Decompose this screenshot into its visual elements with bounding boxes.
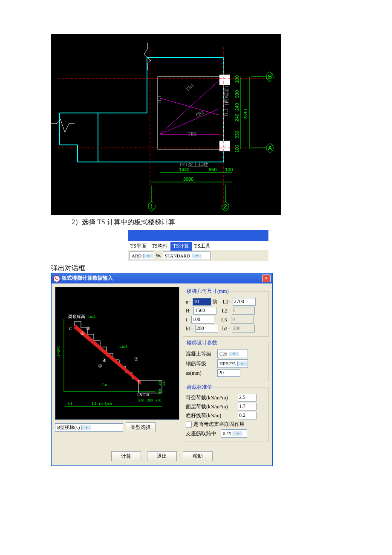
svg-text:③: ③ [134, 356, 138, 361]
svg-text:100: 100 [234, 145, 239, 153]
concrete-dropdown[interactable]: C20▾ [217, 350, 248, 358]
tab-component[interactable]: TS构件 [149, 242, 170, 251]
chevron-down-icon: ▾ [143, 254, 153, 258]
svg-text:A: A [268, 145, 272, 151]
surface-load-label: 面层荷载(kN/m*m) [186, 403, 236, 410]
svg-rect-11 [219, 141, 230, 151]
L3-input: 0 [231, 316, 254, 324]
svg-text:TB1: TB1 [184, 82, 195, 92]
svg-text:100: 100 [225, 167, 233, 172]
L3-label: L3= [221, 317, 230, 323]
svg-text:TL1（两端梁）: TL1（两端梁） [223, 83, 229, 117]
svg-text:930: 930 [234, 90, 239, 98]
L2-label: L2= [222, 308, 230, 314]
svg-text:3000: 3000 [183, 176, 193, 182]
t-label: t= [186, 317, 190, 323]
svg-text:②: ② [86, 326, 90, 331]
L2-input: 0 [232, 307, 255, 315]
rebar-label: 钢筋等级 [186, 360, 216, 367]
svg-text:300: 300 [156, 398, 161, 402]
b1-input[interactable]: 200 [195, 325, 218, 332]
b2-label: b2= [222, 326, 231, 332]
b1-label: b1= [186, 326, 194, 332]
style-dropdown-1[interactable]: ARD▾ [130, 251, 154, 260]
stair-type-dropdown[interactable]: B型楼梯(\.)▾ [55, 423, 123, 432]
fixed-support-label: 是否考虑支座嵌固作用 [193, 421, 245, 428]
cad-floor-plan: TL1 TB1 TB2 TB3 TL1（两端梁） TZ1梁上起柱 1440 85… [51, 34, 281, 215]
n-label: n= [186, 299, 191, 305]
svg-text:①: ① [80, 331, 84, 336]
chevron-down-icon: ▾ [192, 254, 202, 258]
svg-text:2540: 2540 [243, 109, 248, 119]
calc-button[interactable]: 计算 [111, 451, 141, 461]
svg-text:H=n×h: H=n×h [56, 345, 61, 358]
svg-text:Ln/4: Ln/4 [119, 344, 127, 349]
exit-button[interactable]: 退出 [147, 451, 177, 461]
help-button[interactable]: 帮助 [183, 451, 213, 461]
step2-caption: 2）选择 TS 计算中的板式楼梯计算 [72, 218, 392, 227]
svg-text:L1=(n-1)xb: L1=(n-1)xb [92, 401, 112, 406]
n-input[interactable]: 10 [193, 298, 211, 306]
geometry-legend: 楼梯几何尺寸(mm) [186, 288, 230, 295]
svg-text:④: ④ [102, 358, 107, 363]
tab-plane[interactable]: TS平面 [128, 242, 149, 251]
stair-calc-dialog: C板式楼梯计算数据输入 × [51, 273, 273, 466]
chevron-down-icon: ▾ [233, 431, 242, 436]
svg-text:850: 850 [209, 167, 216, 172]
t-input[interactable]: 100 [191, 316, 214, 324]
dialog-titlebar: C板式楼梯计算数据输入 × [52, 273, 272, 283]
L1-input[interactable]: 2700 [233, 298, 256, 306]
L1-label: L1= [223, 299, 231, 305]
svg-text:Ln: Ln [102, 382, 107, 387]
geometry-group: 楼梯几何尺寸(mm) n=10阶 L1=2700 H=1500 L2=0 t=1… [183, 288, 269, 337]
chevron-down-icon: ▾ [81, 425, 91, 430]
ts-toolbar-strip: TS平面 TS构件 TS计算 TS工具 ARD▾ ✎ STANDARD▾ [128, 230, 268, 261]
svg-text:C: C [69, 327, 72, 331]
svg-text:1: 1 [150, 203, 153, 210]
load-group: 荷载标准值 可变荷载(kN/m*m)2.5 面层荷载(kN/m*m)1.7 栏杆… [183, 384, 269, 442]
H-input[interactable]: 1500 [193, 307, 216, 315]
close-button[interactable]: × [262, 275, 271, 282]
load-legend: 荷载标准值 [186, 384, 213, 391]
design-group: 楼梯设计参数 混凝土等级C20▾ 钢筋等级HPB235▾ as(mm)20 [183, 339, 269, 381]
app-icon: C [53, 275, 60, 282]
svg-text:B: B [268, 73, 272, 80]
tab-calc[interactable]: TS计算 [170, 242, 192, 251]
rail-load-label: 栏杆线荷(kN/m) [186, 412, 236, 419]
chevron-down-icon: ▾ [229, 352, 239, 356]
svg-text:300: 300 [147, 398, 153, 402]
svg-text:b1: b1 [68, 401, 72, 406]
stair-preview: 梁顶标高 Ln/4 Ln/4 C ② ① ④ ③ ① H=n×h Ln b1 L… [55, 287, 179, 420]
svg-text:L&C10: L&C10 [137, 393, 149, 397]
concrete-label: 混凝土等级 [186, 350, 216, 358]
svg-text:300: 300 [138, 398, 144, 402]
svg-text:TB3: TB3 [187, 131, 196, 137]
surface-load-input[interactable]: 1.7 [238, 403, 257, 410]
type-select-button[interactable]: 类型选择 [126, 422, 156, 432]
design-legend: 楼梯设计参数 [186, 339, 218, 347]
svg-text:①: ① [98, 363, 102, 368]
live-load-input[interactable]: 2.5 [238, 394, 257, 402]
mid-ratio-dropdown[interactable]: 0.25▾ [221, 429, 247, 438]
style-dropdown-2[interactable]: STANDARD▾ [163, 251, 210, 260]
dialog-title-text: 板式楼梯计算数据输入 [62, 275, 113, 281]
chevron-down-icon: ▾ [237, 361, 247, 366]
popup-caption: 弹出对话框 [51, 264, 392, 273]
fixed-support-checkbox[interactable] [186, 422, 192, 428]
as-input[interactable]: 20 [217, 369, 240, 377]
tab-tool[interactable]: TS工具 [192, 242, 213, 251]
pencil-icon[interactable]: ✎ [155, 251, 162, 260]
svg-text:240: 240 [234, 114, 239, 121]
svg-text:2: 2 [224, 203, 227, 210]
b2-input: 200 [232, 325, 255, 332]
svg-text:100: 100 [234, 75, 239, 83]
as-label: as(mm) [186, 370, 216, 376]
svg-text:600: 600 [162, 380, 166, 386]
svg-text:240: 240 [234, 103, 239, 111]
svg-text:TZ1梁上起柱: TZ1梁上起柱 [179, 162, 208, 168]
svg-text:Ln/4: Ln/4 [87, 314, 95, 319]
rail-load-input[interactable]: 0.2 [238, 412, 257, 419]
svg-text:梁顶标高: 梁顶标高 [68, 314, 85, 319]
svg-text:930: 930 [234, 131, 239, 139]
rebar-dropdown[interactable]: HPB235▾ [217, 359, 248, 368]
